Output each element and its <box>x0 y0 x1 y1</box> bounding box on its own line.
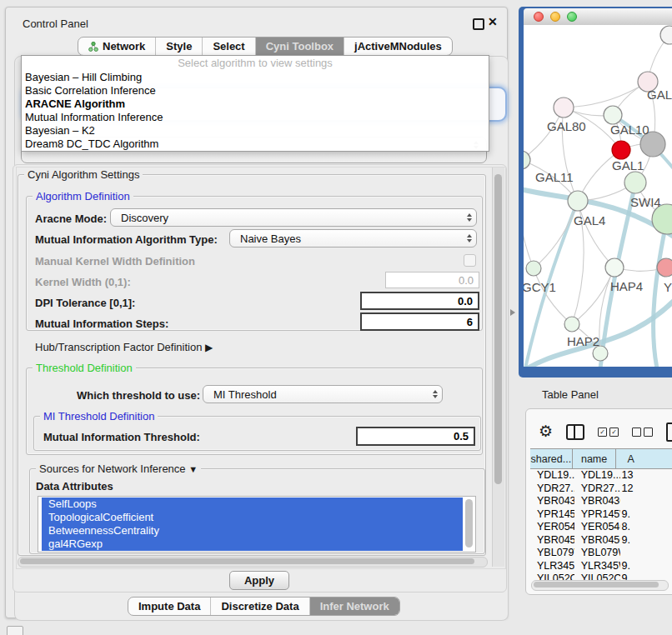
mi-steps-label: Mutual Information Steps: <box>35 318 168 330</box>
algorithm-definition-legend: Algorithm Definition <box>33 190 133 202</box>
table-row[interactable]: YPR145WYPR145W9. <box>530 508 672 522</box>
algorithm-dropdown-popup: Select algorithm to view settings Bayesi… <box>21 55 489 152</box>
aracne-mode-combobox[interactable]: Discovery <box>110 208 477 227</box>
column-header[interactable]: name <box>573 449 617 468</box>
data-attributes-label: Data Attributes <box>36 480 113 492</box>
node-label: GAL11 <box>535 170 574 184</box>
node-label: GAL10 <box>610 122 649 137</box>
zoom-traffic-light-icon[interactable] <box>567 12 577 22</box>
table-cell: YLR345W <box>530 560 574 573</box>
aracne-mode-label: Aracne Mode: <box>35 212 107 225</box>
mi-type-label: Mutual Information Algorithm Type: <box>35 233 218 246</box>
kernel-width-label: Kernel Width (0,1): <box>35 276 131 288</box>
minimize-traffic-light-icon[interactable] <box>550 12 560 22</box>
gear-icon[interactable]: ⚙ <box>539 423 553 440</box>
tab-impute-data[interactable]: Impute Data <box>128 598 211 615</box>
mi-type-combobox[interactable]: Naive Bayes <box>229 229 477 248</box>
settings-vscrollbar <box>492 168 504 567</box>
network-node[interactable] <box>660 26 672 44</box>
network-node-gal10[interactable] <box>604 106 622 124</box>
attribute-list-item[interactable]: gal4RGexp <box>42 538 463 551</box>
select-all-columns-icon[interactable]: ✓✓ <box>598 428 619 437</box>
table-row[interactable]: YDR27...YDR27...12 <box>530 482 672 496</box>
settings-vscrollbar-thumb[interactable] <box>494 174 502 484</box>
close-traffic-light-icon[interactable] <box>534 12 544 22</box>
splitter-handle[interactable] <box>510 309 515 316</box>
list-scrollbar-thumb[interactable] <box>465 499 473 548</box>
dropdown-placeholder: Select algorithm to view settings <box>22 56 489 71</box>
table-cell <box>620 495 672 508</box>
table-cell: 12 <box>620 482 672 496</box>
table-row[interactable]: YBR043CYBR043C <box>530 495 672 508</box>
network-node-gal4[interactable] <box>568 191 588 211</box>
network-node-gal1[interactable] <box>612 141 630 159</box>
table-row[interactable]: YLR345WYLR345W9. <box>530 560 672 573</box>
table-cell: YBR043C <box>530 495 574 508</box>
chevron-right-icon: ▶ <box>205 342 213 353</box>
split-columns-icon[interactable] <box>566 424 584 440</box>
table-hscrollbar-thumb[interactable] <box>534 582 659 588</box>
network-node-swi4[interactable] <box>624 172 646 193</box>
dropdown-item[interactable]: Dream8 DC_TDC Algorithm <box>22 138 489 151</box>
table-row[interactable]: YBL079WYBL079W <box>530 547 672 560</box>
float-window-icon[interactable] <box>473 18 484 30</box>
table-cell: YBL079W <box>530 547 574 560</box>
settings-hscrollbar-thumb[interactable] <box>20 558 474 564</box>
dropdown-item[interactable]: Bayesian – Hill Climbing <box>22 71 489 84</box>
tab-style[interactable]: Style <box>156 38 203 55</box>
apply-button[interactable]: Apply <box>229 571 289 590</box>
mi-threshold-field[interactable] <box>356 427 475 446</box>
network-view-canvas[interactable]: GALGAL80GAL10GAL1GAL11SWI4GAL4GCY1HAP4YH… <box>524 25 672 367</box>
control-panel-tabbar: Network Style Select Cyni Toolbox jActiv… <box>78 37 453 56</box>
node-label: Y <box>664 280 672 294</box>
tab-jactivemnodules[interactable]: jActiveMNodules <box>344 38 452 55</box>
control-panel-title: Control Panel <box>23 18 88 30</box>
column-header[interactable]: A <box>616 449 672 468</box>
table-cell: YBR045C <box>530 534 574 548</box>
dropdown-item[interactable]: Bayesian – K2 <box>22 124 489 138</box>
export-table-icon[interactable] <box>666 422 672 442</box>
minimized-panel-button[interactable] <box>7 626 23 635</box>
tab-infer-network[interactable]: Infer Network <box>310 598 399 615</box>
node-label: GAL4 <box>574 213 605 228</box>
table-row[interactable]: YER054CYER054C8. <box>530 521 672 534</box>
table-row[interactable]: YDL19...YDL19...13 <box>530 469 672 482</box>
network-node-hap2[interactable] <box>564 317 579 332</box>
tab-network-label: Network <box>103 40 145 52</box>
mi-steps-field[interactable] <box>360 312 479 331</box>
dropdown-item[interactable]: Mutual Information Inference <box>22 111 489 124</box>
deselect-all-columns-icon[interactable] <box>632 428 653 437</box>
dropdown-item[interactable]: ARACNE Algorithm <box>22 98 489 111</box>
tab-network[interactable]: Network <box>78 38 156 55</box>
close-icon[interactable]: ✕ <box>488 15 498 28</box>
chevron-down-icon[interactable]: ▼ <box>188 464 198 474</box>
network-window-titlebar[interactable] <box>524 8 672 25</box>
network-node-hap4[interactable] <box>605 258 624 277</box>
which-threshold-combobox[interactable]: MI Threshold <box>203 385 443 403</box>
attribute-list-item[interactable]: TopologicalCoefficient <box>42 511 463 524</box>
table-row[interactable]: YBR045CYBR045C9. <box>530 534 672 548</box>
tab-cyni-toolbox[interactable]: Cyni Toolbox <box>256 38 344 55</box>
tab-select[interactable]: Select <box>203 38 255 55</box>
dropdown-item[interactable]: Basic Correlation Inference <box>22 84 489 98</box>
attribute-list-item[interactable]: SelfLoops <box>42 498 463 511</box>
network-node-gal80[interactable] <box>554 98 574 118</box>
node-table: shared...nameA YDL19...YDL19...13YDR27..… <box>530 448 672 586</box>
node-label: SWI4 <box>630 195 661 209</box>
network-edge <box>564 82 648 108</box>
dpi-tolerance-field[interactable] <box>360 292 479 310</box>
table-cell: 9. <box>620 508 672 522</box>
dpi-tolerance-label: DPI Tolerance [0,1]: <box>35 297 135 309</box>
attribute-list-item[interactable]: BetweennessCentrality <box>42 524 463 538</box>
kernel-width-field[interactable] <box>385 272 479 288</box>
tab-discretize-data[interactable]: Discretize Data <box>211 598 309 615</box>
network-node-y[interactable] <box>657 258 672 277</box>
table-cell: 9. <box>620 534 672 548</box>
hub-definition-expander[interactable]: Hub/Transcription Factor Definition ▶ <box>35 341 213 353</box>
network-node-gcy1[interactable] <box>526 261 541 276</box>
manual-kernel-checkbox[interactable] <box>464 254 476 267</box>
spinner-arrows-icon <box>463 213 476 222</box>
spinner-arrows-icon <box>463 234 476 242</box>
node-label: GCY1 <box>524 280 556 294</box>
column-header[interactable]: shared... <box>530 449 573 468</box>
